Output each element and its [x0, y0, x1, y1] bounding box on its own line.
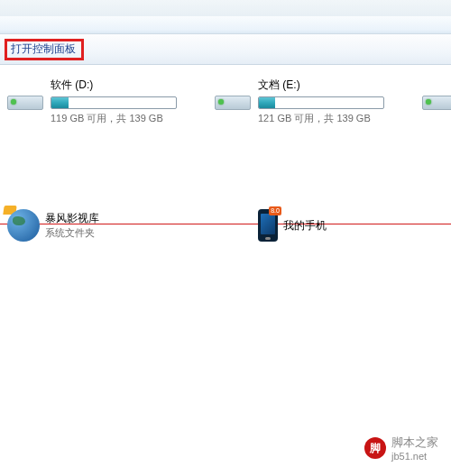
drive-label: 文档 (E:) [258, 78, 386, 93]
title-bar-blur [0, 0, 451, 16]
hard-drive-icon [422, 81, 451, 110]
folder-item-media-library[interactable]: 暴风影视库 系统文件夹 [7, 209, 99, 242]
phone-badge: 8.0 [269, 206, 281, 215]
drive-status: 121 GB 可用，共 139 GB [258, 112, 386, 125]
drive-item[interactable]: 娱乐 (F:) 106 GB 可用 [422, 78, 451, 205]
drive-item[interactable]: 文档 (E:) 121 GB 可用，共 139 GB [215, 78, 386, 205]
open-control-panel-link[interactable]: 打开控制面板 [7, 40, 79, 59]
watermark: 脚 脚本之家 jb51.net [364, 435, 438, 462]
folders-section: 暴风影视库 系统文件夹 8.0 我的手机 [7, 209, 451, 242]
watermark-url: jb51.net [391, 451, 438, 462]
watermark-site: 脚本之家 [391, 435, 438, 451]
watermark-logo-icon: 脚 [364, 437, 386, 459]
hard-drive-icon [215, 81, 251, 110]
folder-subtitle: 系统文件夹 [45, 226, 99, 240]
drive-status: 119 GB 可用，共 139 GB [51, 112, 179, 125]
drives-section: 软件 (D:) 119 GB 可用，共 139 GB 文档 (E:) 121 G… [0, 65, 451, 205]
folder-title: 暴风影视库 [45, 211, 99, 226]
header-strip [0, 16, 451, 34]
capacity-bar [258, 96, 384, 109]
toolbar: 打开控制面板 [0, 34, 451, 65]
drive-label: 软件 (D:) [51, 78, 179, 93]
folder-title: 我的手机 [283, 218, 327, 233]
drive-item[interactable]: 软件 (D:) 119 GB 可用，共 139 GB [7, 78, 179, 205]
capacity-bar [51, 96, 177, 109]
hard-drive-icon [7, 81, 43, 110]
folder-item-my-phone[interactable]: 8.0 我的手机 [253, 209, 327, 242]
globe-icon [7, 209, 40, 242]
